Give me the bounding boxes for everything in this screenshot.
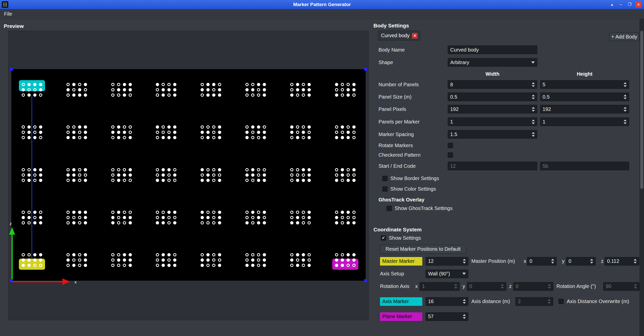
filled-dot — [347, 131, 350, 134]
body-name-input[interactable]: Curved body — [448, 46, 537, 54]
axis-setup-select[interactable]: Wall (90°) — [426, 270, 468, 278]
open-dot — [245, 179, 249, 182]
spinner-buttons[interactable] — [622, 119, 627, 124]
spinner-buttons[interactable] — [622, 107, 627, 112]
close-window-icon[interactable]: × — [635, 1, 641, 8]
rotation-angle-spinbox[interactable]: 90 — [603, 282, 639, 291]
rotation-x-spinbox[interactable]: 1 — [420, 282, 460, 291]
filled-dot — [27, 179, 31, 182]
shape-select[interactable]: Arbitrary — [448, 58, 537, 67]
panel-pixels-width-spinbox[interactable]: 192 — [448, 105, 537, 113]
open-dot — [257, 88, 260, 92]
open-dot — [27, 253, 31, 257]
filled-dot — [251, 259, 254, 262]
spinner-buttons[interactable] — [461, 259, 466, 264]
spinner-buttons[interactable] — [589, 259, 593, 264]
spinner-buttons[interactable] — [622, 95, 627, 99]
filled-dot — [129, 221, 132, 224]
spinner-buttons[interactable] — [622, 82, 627, 87]
master-x-spinbox[interactable]: 0 — [527, 257, 557, 266]
spinner-buttons[interactable] — [530, 82, 535, 87]
filled-dot — [72, 136, 75, 139]
master-y-spinbox[interactable]: 0 — [566, 257, 596, 266]
canvas-handle-top-left[interactable] — [10, 68, 13, 71]
filled-dot — [27, 173, 31, 177]
add-body-button[interactable]: + Add Body — [609, 32, 639, 41]
master-marker-chip: Master Marker — [380, 257, 422, 266]
panel-size-width-spinbox[interactable]: 0.5 — [448, 93, 537, 101]
checkered-pattern-checkbox[interactable] — [448, 152, 453, 158]
tab-close-icon[interactable]: × — [412, 33, 418, 38]
open-dot — [129, 94, 132, 97]
menu-file[interactable]: File — [0, 9, 16, 19]
spinner-buttons[interactable] — [461, 299, 466, 304]
minimize-window-icon[interactable]: – — [618, 1, 624, 8]
show-ghostrack-settings-checkbox[interactable] — [387, 206, 392, 211]
open-dot — [117, 216, 120, 219]
master-z-spinbox[interactable]: 0.112 — [604, 257, 639, 266]
filled-dot — [341, 259, 344, 262]
spinner-buttons[interactable] — [550, 259, 554, 264]
end-code-input[interactable]: 5b — [540, 162, 629, 170]
panels-per-marker-height-spinbox[interactable]: 1 — [540, 117, 629, 126]
shade-window-icon[interactable]: ▴ — [609, 1, 615, 8]
axis-distance-overwrite-checkbox[interactable] — [558, 299, 564, 304]
master-marker-id-spinbox[interactable]: 12 — [426, 257, 468, 266]
marker-spacing-spinbox[interactable]: 1.5 — [448, 130, 537, 139]
filled-dot — [245, 173, 249, 177]
open-dot — [66, 125, 70, 129]
rotation-z-spinbox[interactable]: 0 — [513, 282, 553, 291]
filled-dot — [173, 88, 176, 92]
rotate-markers-checkbox[interactable] — [448, 143, 453, 148]
filled-dot — [218, 136, 221, 139]
spinner-buttons[interactable] — [546, 299, 551, 304]
filled-dot — [33, 211, 36, 214]
spinner-buttons[interactable] — [530, 107, 535, 112]
filled-dot — [27, 264, 31, 267]
spinner-buttons[interactable] — [499, 284, 504, 289]
filled-dot — [201, 131, 204, 134]
open-dot — [78, 136, 81, 139]
reset-marker-positions-button[interactable]: Reset Marker Positions to Default — [380, 245, 466, 254]
plane-marker-id-spinbox[interactable]: 57 — [426, 312, 468, 321]
rotation-y-spinbox[interactable]: 0 — [467, 282, 506, 291]
show-border-settings-checkbox[interactable] — [382, 176, 388, 181]
spinner-buttons[interactable] — [632, 284, 637, 289]
panels-per-marker-width-spinbox[interactable]: 1 — [448, 117, 537, 126]
spinner-buttons[interactable] — [530, 119, 535, 124]
marker-0-0 — [22, 83, 42, 97]
start-code-input[interactable]: 12 — [448, 162, 537, 170]
spinner-buttons[interactable] — [453, 284, 457, 289]
canvas-handle-bottom-left[interactable] — [10, 279, 13, 282]
spinner-buttons[interactable] — [530, 132, 535, 137]
open-dot — [33, 125, 36, 129]
tab-curved-body[interactable]: Curved body × — [378, 31, 420, 40]
canvas-handle-top-right[interactable] — [364, 68, 367, 71]
axis-marker-id-spinbox[interactable]: 16 — [426, 297, 468, 306]
open-dot — [39, 264, 42, 267]
open-dot — [78, 221, 81, 224]
spinner-buttons[interactable] — [546, 284, 551, 289]
vertical-scrollbar[interactable] — [639, 19, 644, 336]
panel-size-height-spinbox[interactable]: 0.5 — [540, 93, 629, 101]
pattern-canvas[interactable] — [11, 69, 366, 281]
filled-dot — [257, 83, 260, 86]
spinner-buttons[interactable] — [632, 259, 637, 264]
filled-dot — [84, 94, 87, 97]
maximize-window-icon[interactable]: ❐ — [627, 1, 633, 8]
open-dot — [218, 173, 221, 177]
axis-distance-spinbox[interactable]: 2 — [515, 297, 553, 306]
filled-dot — [245, 136, 249, 139]
spinner-buttons[interactable] — [530, 95, 535, 99]
filled-dot — [123, 259, 126, 262]
scrollbar-thumb[interactable] — [640, 31, 643, 189]
canvas-handle-bottom-right[interactable] — [364, 279, 367, 282]
show-color-settings-checkbox[interactable] — [382, 186, 388, 192]
panel-pixels-height-spinbox[interactable]: 192 — [540, 105, 629, 113]
show-settings-checkbox[interactable] — [381, 235, 386, 241]
panels-height-spinbox[interactable]: 5 — [540, 80, 629, 89]
spinner-buttons[interactable] — [461, 314, 466, 319]
app-menu-icon[interactable] — [2, 1, 8, 8]
panels-width-spinbox[interactable]: 8 — [448, 80, 537, 89]
open-dot — [72, 88, 75, 92]
